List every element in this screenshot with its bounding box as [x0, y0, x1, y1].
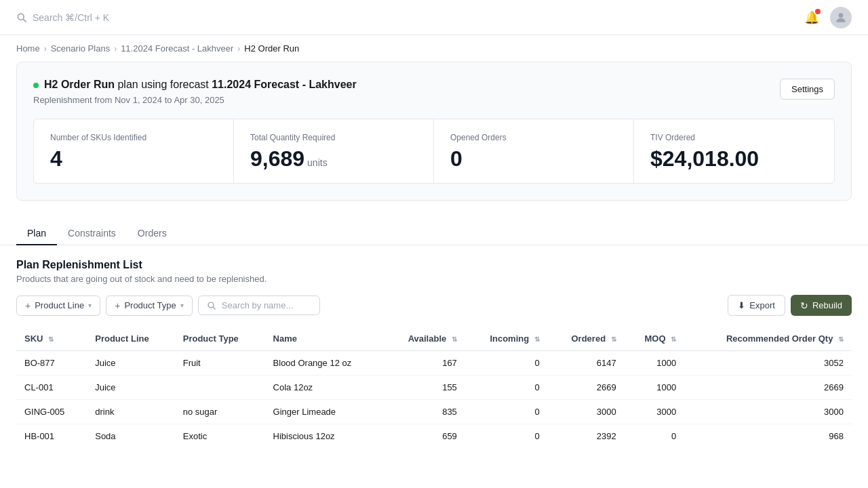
metric-quantity-units: units: [307, 157, 328, 168]
svg-line-4: [213, 307, 216, 310]
product-line-chevron-icon: ▾: [88, 302, 92, 309]
cell-available: 835: [383, 400, 465, 424]
plan-subtitle: Products that are going out of stock and…: [16, 274, 852, 284]
cell-sku: HB-001: [16, 424, 87, 449]
cell-recommended-order-qty: 2669: [684, 375, 852, 400]
rebuild-icon: ↻: [800, 300, 808, 311]
user-avatar[interactable]: [830, 7, 852, 28]
tabs: Plan Constraints Orders: [0, 211, 868, 245]
col-moq[interactable]: MOQ ⇅: [625, 327, 684, 351]
plan-title: Plan Replenishment List: [16, 259, 852, 271]
breadcrumb-current: H2 Order Run: [244, 43, 299, 54]
metric-skus-value: 4: [50, 148, 217, 169]
metric-tiv: TIV Ordered $24,018.00: [634, 119, 834, 183]
product-line-label: Product Line: [35, 300, 84, 310]
col-name: Name: [265, 327, 384, 351]
breadcrumb-sep-2: ›: [114, 44, 117, 54]
cell-moq: 0: [625, 424, 684, 449]
rebuild-button[interactable]: ↻ Rebuild: [791, 295, 852, 316]
tab-constraints[interactable]: Constraints: [57, 222, 127, 245]
header-card: H2 Order Run plan using forecast 11.2024…: [16, 62, 852, 201]
search-icon: [16, 12, 27, 23]
incoming-sort-icon: ⇅: [534, 336, 540, 343]
topbar-right: 🔔: [804, 7, 852, 28]
table-row: GING-005 drink no sugar Ginger Limeade 8…: [16, 400, 852, 424]
cell-available: 659: [383, 424, 465, 449]
search-box-icon: [207, 301, 216, 310]
breadcrumb-home[interactable]: Home: [16, 43, 40, 54]
table-header: SKU ⇅ Product Line Product Type Name Ava…: [16, 327, 852, 351]
svg-line-1: [23, 19, 26, 22]
metric-quantity-label: Total Quantity Required: [250, 133, 417, 142]
metric-tiv-value: $24,018.00: [650, 148, 818, 169]
col-product-line: Product Line: [87, 327, 175, 351]
metric-quantity: Total Quantity Required 9,689units: [234, 119, 434, 183]
metric-orders-label: Opened Orders: [450, 133, 617, 142]
tab-orders[interactable]: Orders: [127, 222, 178, 245]
plan-section: Plan Replenishment List Products that ar…: [0, 245, 868, 462]
export-icon: ⬇: [738, 300, 745, 310]
notification-bell[interactable]: 🔔: [804, 10, 819, 25]
cell-ordered: 3000: [548, 400, 625, 424]
svg-point-2: [839, 13, 844, 18]
header-forecast-name: 11.2024 Forecast - Lakhveer: [212, 79, 356, 90]
filters-bar: + Product Line ▾ + Product Type ▾ Search…: [16, 295, 852, 316]
cell-recommended-order-qty: 3052: [684, 351, 852, 375]
col-incoming[interactable]: Incoming ⇅: [465, 327, 548, 351]
replenishment-table: SKU ⇅ Product Line Product Type Name Ava…: [16, 327, 852, 448]
search-placeholder-text: Search by name...: [222, 300, 294, 310]
col-recommended-order-qty[interactable]: Recommended Order Qty ⇅: [684, 327, 852, 351]
breadcrumb-scenario-plans[interactable]: Scenario Plans: [51, 43, 110, 54]
product-type-plus-icon: +: [115, 300, 120, 311]
status-dot: [33, 83, 39, 88]
col-available[interactable]: Available ⇅: [383, 327, 465, 351]
header-subtitle: Replenishment from Nov 1, 2024 to Apr 30…: [33, 95, 357, 105]
product-line-filter[interactable]: + Product Line ▾: [16, 296, 100, 316]
sku-sort-icon: ⇅: [48, 336, 54, 343]
metric-tiv-label: TIV Ordered: [650, 133, 818, 142]
avatar-icon: [834, 11, 848, 24]
cell-name: Cola 12oz: [265, 375, 384, 400]
topbar: Search ⌘/Ctrl + K 🔔: [0, 0, 868, 35]
header-title-bold: H2 Order Run: [44, 79, 115, 90]
table-body: BO-877 Juice Fruit Blood Orange 12 oz 16…: [16, 351, 852, 449]
metrics-grid: Number of SKUs Identified 4 Total Quanti…: [33, 119, 835, 184]
product-type-label: Product Type: [124, 300, 176, 310]
cell-available: 167: [383, 351, 465, 375]
header-card-top: H2 Order Run plan using forecast 11.2024…: [33, 79, 835, 105]
tab-plan[interactable]: Plan: [16, 222, 57, 245]
rebuild-label: Rebuild: [812, 300, 842, 310]
cell-product-type: [175, 375, 265, 400]
metric-orders: Opened Orders 0: [434, 119, 634, 183]
search-placeholder: Search ⌘/Ctrl + K: [33, 12, 109, 23]
header-title: H2 Order Run plan using forecast 11.2024…: [33, 79, 357, 91]
product-line-plus-icon: +: [25, 300, 31, 311]
moq-sort-icon: ⇅: [671, 336, 676, 343]
product-type-chevron-icon: ▾: [180, 302, 184, 309]
cell-sku: CL-001: [16, 375, 87, 400]
settings-button[interactable]: Settings: [780, 79, 835, 100]
cell-sku: BO-877: [16, 351, 87, 375]
breadcrumb-sep-3: ›: [237, 44, 240, 54]
recommended-order-qty-sort-icon: ⇅: [838, 336, 844, 343]
cell-product-line: Juice: [87, 351, 175, 375]
available-sort-icon: ⇅: [452, 336, 457, 343]
search-box[interactable]: Search by name...: [198, 296, 320, 315]
cell-ordered: 6147: [548, 351, 625, 375]
col-sku[interactable]: SKU ⇅: [16, 327, 87, 351]
cell-product-line: Juice: [87, 375, 175, 400]
search-bar[interactable]: Search ⌘/Ctrl + K: [16, 12, 109, 23]
cell-product-type: Exotic: [175, 424, 265, 449]
metric-quantity-value: 9,689units: [250, 148, 417, 169]
cell-moq: 1000: [625, 375, 684, 400]
table-row: BO-877 Juice Fruit Blood Orange 12 oz 16…: [16, 351, 852, 375]
metric-skus: Number of SKUs Identified 4: [34, 119, 234, 183]
breadcrumb-forecast[interactable]: 11.2024 Forecast - Lakhveer: [121, 43, 233, 54]
col-ordered[interactable]: Ordered ⇅: [548, 327, 625, 351]
export-button[interactable]: ⬇ Export: [728, 295, 785, 316]
product-type-filter[interactable]: + Product Type ▾: [106, 296, 193, 316]
svg-point-0: [18, 14, 24, 20]
notification-dot: [815, 9, 821, 14]
cell-ordered: 2669: [548, 375, 625, 400]
cell-incoming: 0: [465, 351, 548, 375]
